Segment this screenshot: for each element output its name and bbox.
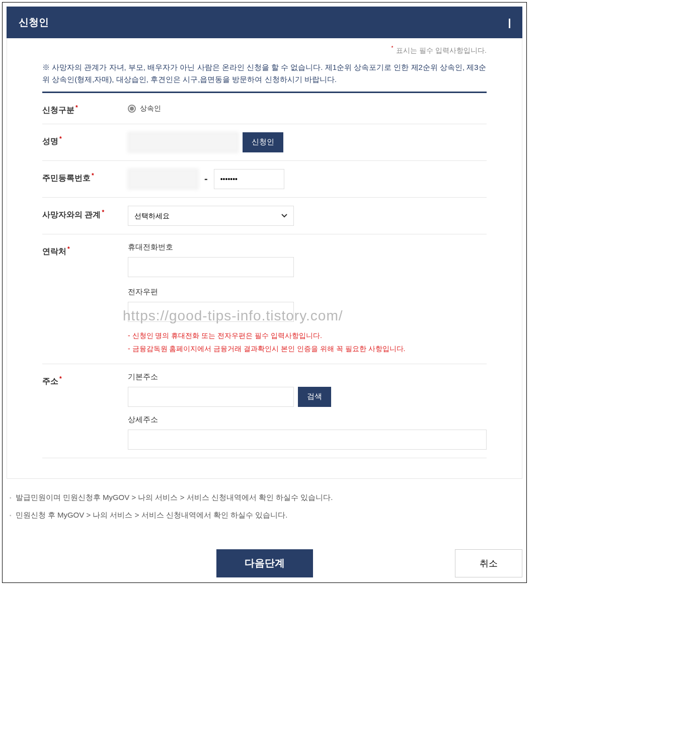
applicant-button[interactable]: 신청인 <box>243 132 283 152</box>
relation-select[interactable]: 선택하세요 <box>128 206 294 226</box>
label-type: 신청구분* <box>42 101 128 116</box>
radio-heir[interactable]: 상속인 <box>128 101 487 113</box>
detail-address-label: 상세주소 <box>128 415 487 425</box>
label-relation: 사망자와의 관계* <box>42 206 128 220</box>
label-rrn: 주민등록번호* <box>42 169 128 184</box>
radio-label: 상속인 <box>140 104 161 113</box>
phone-label: 휴대전화번호 <box>128 242 487 252</box>
red-note-2: - 금융감독원 홈페이지에서 금융거래 결과확인시 본인 인증을 위해 꼭 필요… <box>128 342 487 356</box>
radio-icon <box>128 105 136 113</box>
next-step-button[interactable]: 다음단계 <box>216 549 313 577</box>
email-label: 전자우편 <box>128 287 487 297</box>
label-address: 주소* <box>42 372 128 387</box>
email-input[interactable] <box>128 302 294 322</box>
rrn-dash: - <box>202 173 210 185</box>
phone-input[interactable] <box>128 257 294 277</box>
required-note: *표시는 필수 입력사항입니다. <box>42 38 487 61</box>
footer-note-2: 민원신청 후 MyGOV > 나의 서비스 > 서비스 신청내역에서 확인 하실… <box>10 507 522 524</box>
rrn-first-input[interactable] <box>128 169 198 189</box>
base-address-input[interactable] <box>128 387 294 407</box>
red-note-1: - 신청인 명의 휴대전화 또는 전자우편은 필수 입력사항입니다. <box>128 329 487 343</box>
label-contact: 연락처* <box>42 242 128 257</box>
chevron-up-icon <box>509 19 510 27</box>
cancel-button[interactable]: 취소 <box>455 549 522 577</box>
search-address-button[interactable]: 검색 <box>298 387 331 407</box>
label-name: 성명* <box>42 132 128 147</box>
detail-address-input[interactable] <box>128 430 487 450</box>
rrn-second-input[interactable] <box>214 169 284 189</box>
panel-title: 신청인 <box>19 16 49 29</box>
notice-text: ※ 사망자의 관계가 자녀, 부모, 배우자가 아닌 사람은 온라인 신청을 할… <box>42 61 487 93</box>
base-address-label: 기본주소 <box>128 372 487 382</box>
name-input[interactable] <box>128 132 239 152</box>
footer-note-1: 발급민원이며 민원신청후 MyGOV > 나의 서비스 > 서비스 신청내역에서… <box>10 489 522 507</box>
panel-header[interactable]: 신청인 <box>7 7 522 38</box>
